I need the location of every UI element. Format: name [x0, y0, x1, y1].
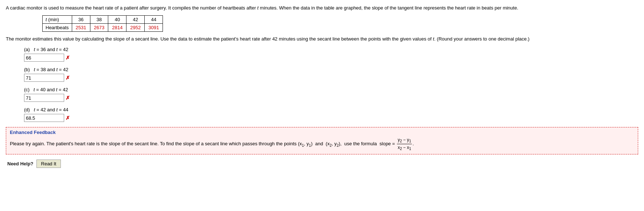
table-header-heartbeats: Heartbeats: [43, 23, 72, 31]
part-d-input-row: ✗: [24, 114, 638, 122]
need-help-row: Need Help? Read It: [6, 160, 638, 168]
table-t-40: 40: [108, 15, 126, 23]
parts-container: (a) t = 36 and t = 42 ✗ (b) t = 38 and t…: [24, 47, 638, 122]
table-t-38: 38: [90, 15, 108, 23]
enhanced-feedback-box: Enhanced Feedback Please try again. The …: [6, 127, 638, 154]
part-b-input-row: ✗: [24, 74, 638, 82]
table-t-42: 42: [126, 15, 145, 23]
read-it-button[interactable]: Read It: [36, 160, 61, 168]
part-a-label: (a) t = 36 and t = 42: [24, 47, 638, 52]
table-hb-44: 3091: [145, 23, 163, 31]
part-b-incorrect-icon: ✗: [66, 75, 70, 81]
need-help-label: Need Help?: [7, 161, 34, 166]
table-hb-40: 2814: [108, 23, 126, 31]
data-table: t (min) 36 38 40 42 44 Heartbeats 2531 2…: [42, 15, 163, 32]
table-hb-38: 2673: [90, 23, 108, 31]
table-hb-42: 2952: [126, 23, 145, 31]
part-c: (c) t = 40 and t = 42 ✗: [24, 87, 638, 102]
table-header-t: t (min): [43, 15, 72, 23]
fraction-numerator: y2 − y1: [397, 137, 412, 144]
part-c-incorrect-icon: ✗: [66, 95, 70, 101]
table-t-44: 44: [145, 15, 163, 23]
part-a-incorrect-icon: ✗: [66, 55, 70, 61]
enhanced-feedback-text: Please try again. The patient's heart ra…: [10, 137, 634, 152]
part-a-input-row: ✗: [24, 54, 638, 62]
part-d: (d) t = 42 and t = 44 ✗: [24, 107, 638, 122]
question-text: The monitor estimates this value by calc…: [6, 35, 638, 43]
intro-text: A cardiac monitor is used to measure the…: [6, 4, 638, 12]
slope-formula-fraction: y2 − y1 x2 − x1: [397, 137, 412, 152]
part-b-label: (b) t = 38 and t = 42: [24, 67, 638, 72]
part-d-label: (d) t = 42 and t = 44: [24, 107, 638, 112]
part-d-input[interactable]: [24, 114, 64, 122]
fraction-denominator: x2 − x1: [397, 144, 412, 151]
part-c-input[interactable]: [24, 94, 64, 102]
table-t-36: 36: [72, 15, 90, 23]
part-d-incorrect-icon: ✗: [66, 115, 70, 121]
part-b: (b) t = 38 and t = 42 ✗: [24, 67, 638, 82]
table-hb-36: 2531: [72, 23, 90, 31]
part-c-label: (c) t = 40 and t = 42: [24, 87, 638, 92]
part-b-input[interactable]: [24, 74, 64, 82]
part-c-input-row: ✗: [24, 94, 638, 102]
part-a: (a) t = 36 and t = 42 ✗: [24, 47, 638, 62]
part-a-input[interactable]: [24, 54, 64, 62]
enhanced-feedback-title: Enhanced Feedback: [10, 130, 634, 135]
